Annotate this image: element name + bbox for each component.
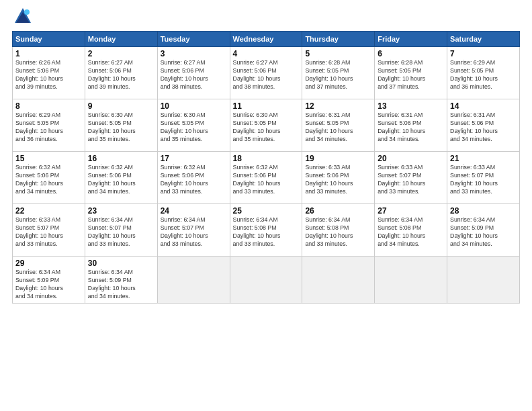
calendar-cell: [230, 257, 302, 304]
weekday-header-wednesday: Wednesday: [230, 32, 302, 47]
calendar-cell: 3Sunrise: 6:27 AM Sunset: 5:06 PM Daylig…: [157, 47, 230, 99]
day-info: Sunrise: 6:34 AM Sunset: 5:09 PM Dayligh…: [450, 216, 517, 248]
calendar-cell: 10Sunrise: 6:30 AM Sunset: 5:05 PM Dayli…: [157, 99, 230, 152]
calendar-cell: 18Sunrise: 6:32 AM Sunset: 5:06 PM Dayli…: [230, 152, 302, 204]
day-number: 13: [378, 101, 444, 111]
calendar-cell: 25Sunrise: 6:34 AM Sunset: 5:08 PM Dayli…: [230, 204, 302, 257]
calendar-cell: 4Sunrise: 6:27 AM Sunset: 5:06 PM Daylig…: [230, 47, 302, 99]
calendar-cell: 20Sunrise: 6:33 AM Sunset: 5:07 PM Dayli…: [375, 152, 447, 204]
day-info: Sunrise: 6:34 AM Sunset: 5:07 PM Dayligh…: [88, 216, 154, 248]
weekday-header-monday: Monday: [85, 32, 157, 47]
day-number: 8: [15, 101, 82, 111]
day-number: 29: [15, 259, 82, 268]
day-number: 23: [88, 206, 154, 216]
weekday-header-tuesday: Tuesday: [157, 32, 230, 47]
calendar-week-row: 15Sunrise: 6:32 AM Sunset: 5:06 PM Dayli…: [13, 152, 520, 204]
calendar-cell: 7Sunrise: 6:29 AM Sunset: 5:05 PM Daylig…: [447, 47, 520, 99]
day-info: Sunrise: 6:27 AM Sunset: 5:06 PM Dayligh…: [233, 59, 300, 91]
calendar-cell: [302, 257, 375, 304]
day-info: Sunrise: 6:30 AM Sunset: 5:05 PM Dayligh…: [233, 111, 300, 144]
day-number: 9: [88, 101, 154, 111]
day-info: Sunrise: 6:27 AM Sunset: 5:06 PM Dayligh…: [161, 59, 227, 91]
logo-icon: [12, 7, 34, 28]
day-info: Sunrise: 6:31 AM Sunset: 5:06 PM Dayligh…: [378, 111, 444, 144]
day-number: 5: [305, 49, 371, 58]
day-info: Sunrise: 6:29 AM Sunset: 5:05 PM Dayligh…: [15, 111, 82, 144]
day-number: 14: [450, 101, 517, 111]
day-number: 16: [88, 154, 154, 163]
day-info: Sunrise: 6:34 AM Sunset: 5:09 PM Dayligh…: [88, 269, 154, 301]
calendar-cell: 22Sunrise: 6:33 AM Sunset: 5:07 PM Dayli…: [13, 204, 85, 257]
page-container: SundayMondayTuesdayWednesdayThursdayFrid…: [0, 0, 532, 310]
day-info: Sunrise: 6:32 AM Sunset: 5:06 PM Dayligh…: [88, 164, 154, 196]
calendar-cell: 12Sunrise: 6:31 AM Sunset: 5:05 PM Dayli…: [302, 99, 375, 152]
day-info: Sunrise: 6:27 AM Sunset: 5:06 PM Dayligh…: [88, 59, 154, 91]
day-info: Sunrise: 6:33 AM Sunset: 5:07 PM Dayligh…: [378, 164, 444, 196]
day-info: Sunrise: 6:33 AM Sunset: 5:07 PM Dayligh…: [450, 164, 517, 196]
calendar-cell: 5Sunrise: 6:28 AM Sunset: 5:05 PM Daylig…: [302, 47, 375, 99]
day-number: 26: [305, 206, 371, 216]
weekday-header-sunday: Sunday: [13, 32, 85, 47]
day-info: Sunrise: 6:34 AM Sunset: 5:08 PM Dayligh…: [233, 216, 300, 248]
day-info: Sunrise: 6:31 AM Sunset: 5:05 PM Dayligh…: [305, 111, 371, 144]
calendar-cell: 27Sunrise: 6:34 AM Sunset: 5:08 PM Dayli…: [375, 204, 447, 257]
day-info: Sunrise: 6:32 AM Sunset: 5:06 PM Dayligh…: [15, 164, 82, 196]
day-info: Sunrise: 6:32 AM Sunset: 5:06 PM Dayligh…: [233, 164, 300, 196]
day-info: Sunrise: 6:30 AM Sunset: 5:05 PM Dayligh…: [88, 111, 154, 144]
day-info: Sunrise: 6:30 AM Sunset: 5:05 PM Dayligh…: [161, 111, 227, 144]
calendar-cell: 26Sunrise: 6:34 AM Sunset: 5:08 PM Dayli…: [302, 204, 375, 257]
calendar-cell: 1Sunrise: 6:26 AM Sunset: 5:06 PM Daylig…: [13, 47, 85, 99]
calendar-cell: 15Sunrise: 6:32 AM Sunset: 5:06 PM Dayli…: [13, 152, 85, 204]
calendar-cell: [447, 257, 520, 304]
day-number: 17: [161, 154, 227, 163]
header: [12, 7, 520, 28]
calendar-cell: [157, 257, 230, 304]
day-number: 28: [450, 206, 517, 216]
calendar-week-row: 1Sunrise: 6:26 AM Sunset: 5:06 PM Daylig…: [13, 47, 520, 99]
calendar-week-row: 22Sunrise: 6:33 AM Sunset: 5:07 PM Dayli…: [13, 204, 520, 257]
weekday-header-friday: Friday: [375, 32, 447, 47]
day-number: 3: [161, 49, 227, 58]
day-number: 10: [161, 101, 227, 111]
calendar-cell: 11Sunrise: 6:30 AM Sunset: 5:05 PM Dayli…: [230, 99, 302, 152]
calendar-cell: 21Sunrise: 6:33 AM Sunset: 5:07 PM Dayli…: [447, 152, 520, 204]
calendar-cell: 17Sunrise: 6:32 AM Sunset: 5:06 PM Dayli…: [157, 152, 230, 204]
weekday-header-thursday: Thursday: [302, 32, 375, 47]
day-number: 18: [233, 154, 300, 163]
calendar-table: SundayMondayTuesdayWednesdayThursdayFrid…: [12, 31, 520, 304]
day-info: Sunrise: 6:26 AM Sunset: 5:06 PM Dayligh…: [15, 59, 82, 91]
calendar-cell: 23Sunrise: 6:34 AM Sunset: 5:07 PM Dayli…: [85, 204, 157, 257]
calendar-cell: 16Sunrise: 6:32 AM Sunset: 5:06 PM Dayli…: [85, 152, 157, 204]
day-info: Sunrise: 6:34 AM Sunset: 5:09 PM Dayligh…: [15, 269, 82, 301]
day-number: 4: [233, 49, 300, 58]
day-number: 7: [450, 49, 517, 58]
calendar-cell: [375, 257, 447, 304]
day-number: 19: [305, 154, 371, 163]
calendar-cell: 9Sunrise: 6:30 AM Sunset: 5:05 PM Daylig…: [85, 99, 157, 152]
day-info: Sunrise: 6:34 AM Sunset: 5:08 PM Dayligh…: [378, 216, 444, 248]
day-info: Sunrise: 6:28 AM Sunset: 5:05 PM Dayligh…: [378, 59, 444, 91]
day-info: Sunrise: 6:33 AM Sunset: 5:07 PM Dayligh…: [15, 216, 82, 248]
calendar-cell: 8Sunrise: 6:29 AM Sunset: 5:05 PM Daylig…: [13, 99, 85, 152]
day-info: Sunrise: 6:33 AM Sunset: 5:06 PM Dayligh…: [305, 164, 371, 196]
weekday-header-row: SundayMondayTuesdayWednesdayThursdayFrid…: [13, 32, 520, 47]
day-number: 15: [15, 154, 82, 163]
day-info: Sunrise: 6:34 AM Sunset: 5:08 PM Dayligh…: [305, 216, 371, 248]
day-info: Sunrise: 6:31 AM Sunset: 5:06 PM Dayligh…: [450, 111, 517, 144]
day-number: 11: [233, 101, 300, 111]
day-number: 22: [15, 206, 82, 216]
day-info: Sunrise: 6:32 AM Sunset: 5:06 PM Dayligh…: [161, 164, 227, 196]
calendar-cell: 13Sunrise: 6:31 AM Sunset: 5:06 PM Dayli…: [375, 99, 447, 152]
day-number: 2: [88, 49, 154, 58]
day-number: 25: [233, 206, 300, 216]
calendar-cell: 2Sunrise: 6:27 AM Sunset: 5:06 PM Daylig…: [85, 47, 157, 99]
calendar-cell: 14Sunrise: 6:31 AM Sunset: 5:06 PM Dayli…: [447, 99, 520, 152]
calendar-cell: 6Sunrise: 6:28 AM Sunset: 5:05 PM Daylig…: [375, 47, 447, 99]
day-number: 27: [378, 206, 444, 216]
day-info: Sunrise: 6:29 AM Sunset: 5:05 PM Dayligh…: [450, 59, 517, 91]
day-info: Sunrise: 6:28 AM Sunset: 5:05 PM Dayligh…: [305, 59, 371, 91]
day-number: 21: [450, 154, 517, 163]
calendar-week-row: 8Sunrise: 6:29 AM Sunset: 5:05 PM Daylig…: [13, 99, 520, 152]
logo: [12, 7, 36, 28]
day-number: 24: [161, 206, 227, 216]
